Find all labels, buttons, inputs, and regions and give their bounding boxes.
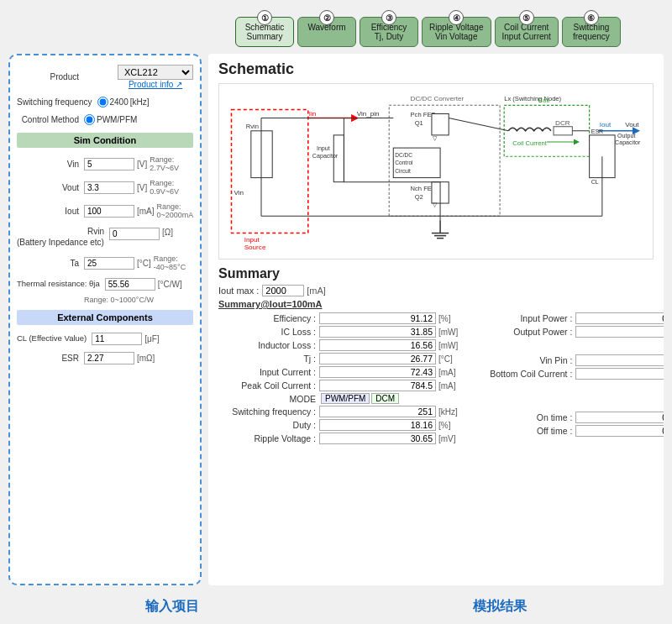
svg-text:Lx (Switching Node): Lx (Switching Node) xyxy=(504,95,561,102)
ta-row: Ta [°C] Range: -40~85°C xyxy=(17,253,193,273)
tj-unit: [°C] xyxy=(438,354,453,364)
summary-section: Summary Iout max : [mA] Summary@Iout=100… xyxy=(218,266,654,446)
svg-text:Vin_pin: Vin_pin xyxy=(357,110,380,118)
summary-columns: Efficiency : [%] IC Loss : [mW] Inductor… xyxy=(218,312,654,446)
svg-text:▽: ▽ xyxy=(433,135,438,142)
peak-coil-unit: [mA] xyxy=(438,381,456,391)
cl-row: CL (Effective Value) [μF] xyxy=(17,331,193,347)
control-method-radio[interactable]: PWM/PFM xyxy=(84,114,137,125)
vin-input[interactable] xyxy=(84,158,134,170)
product-row: Product XCL212 Product info ↗ xyxy=(17,62,193,92)
svg-text:DC/DC: DC/DC xyxy=(395,152,412,158)
ta-input[interactable] xyxy=(84,257,134,270)
duty-label: Duty : xyxy=(218,420,319,430)
summary-at: Summary@Iout=100mA xyxy=(218,299,654,309)
switching-freq-radio[interactable]: 2400 [kHz] xyxy=(97,97,150,107)
input-power-value[interactable] xyxy=(575,312,664,324)
ta-range: Range: -40~85°C xyxy=(154,254,193,271)
duty-row: Duty : [%] xyxy=(218,419,458,431)
switching-freq-value: 2400 xyxy=(110,97,129,107)
tab-tab6[interactable]: ⑥Switching frequency xyxy=(562,17,621,47)
rvin-row: Rvin(Battery Inpedance etc) [Ω] xyxy=(17,224,193,249)
switching-freq-unit: [kHz] xyxy=(130,97,150,107)
output-power-value[interactable] xyxy=(575,326,664,338)
control-method-label: Control Method xyxy=(17,114,84,125)
esr-row: ESR [mΩ] xyxy=(17,350,193,366)
ic-loss-value[interactable] xyxy=(319,326,436,338)
sw-freq-label: Switching frequency : xyxy=(218,406,319,417)
thermal-input[interactable] xyxy=(105,278,155,291)
cl-unit: [μF] xyxy=(144,334,159,343)
svg-text:Input: Input xyxy=(317,145,330,152)
bottom-coil-value[interactable] xyxy=(575,368,664,380)
iout-input[interactable] xyxy=(84,205,134,218)
rvin-unit: [Ω] xyxy=(162,228,173,237)
off-time-value[interactable] xyxy=(575,425,664,437)
input-current-value[interactable] xyxy=(319,366,436,378)
iout-range: Range: 0~2000mA xyxy=(157,202,194,219)
product-select[interactable]: XCL212 xyxy=(118,65,193,80)
ta-unit: [°C] xyxy=(137,259,151,268)
switching-freq-label: Switching frequency xyxy=(17,97,97,107)
mode-pwm: PWM/PFM xyxy=(321,393,370,404)
ripple-value[interactable] xyxy=(319,433,436,444)
iout-max-input[interactable] xyxy=(262,285,304,296)
vin-pin-label: Vin Pin : xyxy=(466,355,575,365)
inductor-loss-label: Inductor Loss : xyxy=(218,340,319,350)
inductor-loss-value[interactable] xyxy=(319,339,436,351)
efficiency-label: Efficiency : xyxy=(218,313,319,323)
product-info-link[interactable]: Product info ↗ xyxy=(118,80,193,89)
duty-value[interactable] xyxy=(319,419,436,431)
bottom-coil-label: Bottom Coil Current : xyxy=(466,369,575,379)
rvin-label: Rvin(Battery Inpedance etc) xyxy=(17,226,109,248)
svg-text:DC/DC Converter: DC/DC Converter xyxy=(411,95,465,102)
input-current-label: Input Current : xyxy=(218,367,319,377)
vout-label: Vout xyxy=(17,182,84,193)
tab-tab2[interactable]: ②Waveform xyxy=(297,17,356,47)
tab-tab3[interactable]: ③Efficiency Tj, Duty xyxy=(360,17,418,47)
tj-label: Tj : xyxy=(218,354,319,364)
on-time-row: On time : [us] xyxy=(466,412,664,423)
tab-tab4[interactable]: ④Ripple Voltage Vin Voltage xyxy=(422,17,491,47)
summary-right-col: Input Power : [W] Output Power : [W] Vin… xyxy=(466,312,664,446)
input-power-row: Input Power : [W] xyxy=(466,312,664,324)
efficiency-unit: [%] xyxy=(438,314,450,323)
svg-text:Coil Current: Coil Current xyxy=(512,139,547,147)
bottom-coil-row: Bottom Coil Current : [mA] xyxy=(466,368,664,380)
ripple-label: Ripple Voltage : xyxy=(218,433,319,443)
esr-input[interactable] xyxy=(84,352,134,364)
iout-row: Iout [mA] Range: 0~2000mA xyxy=(17,201,193,221)
peak-coil-row: Peak Coil Current : [mA] xyxy=(218,380,458,391)
svg-text:Iout: Iout xyxy=(600,121,612,128)
empty-row-3 xyxy=(466,396,664,410)
svg-text:Coil: Coil xyxy=(538,97,549,104)
control-method-value: PWM/PFM xyxy=(97,115,137,124)
tab-tab5[interactable]: ⑤Coil Current Input Current xyxy=(495,17,559,47)
tab-tab1[interactable]: ①Schematic Summary xyxy=(235,17,294,47)
tab-label-tab1: Schematic Summary xyxy=(243,23,286,41)
summary-title: Summary xyxy=(218,266,654,281)
external-header: External Components xyxy=(17,310,193,325)
vin-pin-value[interactable] xyxy=(575,354,664,366)
vout-input[interactable] xyxy=(84,181,134,194)
efficiency-value[interactable] xyxy=(319,312,436,324)
sw-freq-value[interactable] xyxy=(319,406,436,417)
vin-unit: [V] xyxy=(137,160,147,169)
cl-input[interactable] xyxy=(92,333,142,345)
rvin-input[interactable] xyxy=(109,228,160,240)
on-time-value[interactable] xyxy=(575,412,664,423)
svg-text:ESR: ESR xyxy=(591,128,604,135)
svg-text:Vout: Vout xyxy=(625,121,639,128)
right-bottom-label: 模拟结果 xyxy=(473,598,527,616)
svg-text:Output: Output xyxy=(617,133,635,139)
left-panel: Product XCL212 Product info ↗ Switching … xyxy=(8,54,202,585)
svg-text:Source: Source xyxy=(244,244,266,251)
vin-pin-row: Vin Pin : [V] xyxy=(466,354,664,366)
peak-coil-value[interactable] xyxy=(319,380,436,391)
tj-value[interactable] xyxy=(319,353,436,364)
esr-unit: [mΩ] xyxy=(137,354,155,363)
iout-max-unit: [mA] xyxy=(307,286,326,296)
svg-text:Capacitor: Capacitor xyxy=(312,153,339,160)
svg-text:CL: CL xyxy=(591,179,599,186)
thermal-row: Thermal resistance: θja [°C/W] xyxy=(17,276,193,292)
